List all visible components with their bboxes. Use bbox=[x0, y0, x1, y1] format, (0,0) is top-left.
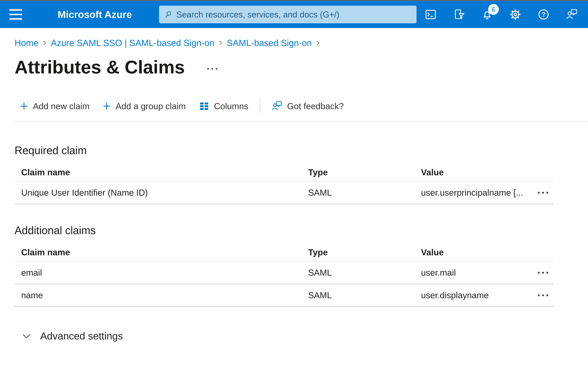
columns-icon bbox=[199, 101, 209, 111]
question-mark-glyph: ? bbox=[542, 11, 546, 18]
global-search-box[interactable] bbox=[159, 6, 417, 23]
column-header-claim-name: Claim name bbox=[21, 247, 308, 257]
command-bar: Add new claim Add a group claim Columns bbox=[0, 97, 588, 116]
add-group-claim-button[interactable]: Add a group claim bbox=[103, 101, 186, 111]
hamburger-menu-button[interactable] bbox=[10, 1, 22, 28]
chevron-right-icon bbox=[218, 39, 223, 47]
row-actions-menu-button[interactable] bbox=[538, 269, 548, 276]
azure-top-bar: Microsoft Azure bbox=[0, 1, 588, 28]
column-header-type: Type bbox=[308, 247, 421, 257]
breadcrumb: Home Azure SAML SSO | SAML-based Sign-on… bbox=[0, 38, 588, 48]
claim-type-cell: SAML bbox=[308, 268, 421, 278]
chevron-right-icon bbox=[42, 39, 47, 47]
column-header-value: Value bbox=[421, 167, 524, 177]
row-actions-menu-button[interactable] bbox=[538, 189, 548, 196]
cloud-shell-button[interactable] bbox=[417, 1, 445, 28]
help-button[interactable]: ? bbox=[529, 1, 558, 28]
search-input[interactable] bbox=[176, 10, 411, 19]
additional-claims-table: Claim name Type Value email SAML user.ma… bbox=[15, 243, 554, 307]
claim-name-cell: name bbox=[21, 290, 308, 300]
required-claim-heading: Required claim bbox=[0, 144, 588, 157]
breadcrumb-app-link[interactable]: Azure SAML SSO | SAML-based Sign-on bbox=[51, 38, 214, 48]
required-claim-table: Claim name Type Value Unique User Identi… bbox=[15, 163, 554, 204]
claim-value-cell: user.userprincipalname [... bbox=[421, 188, 524, 198]
plus-icon bbox=[20, 102, 28, 110]
feedback-icon bbox=[566, 9, 578, 20]
columns-button[interactable]: Columns bbox=[199, 101, 248, 111]
brand-title: Microsoft Azure bbox=[58, 9, 132, 20]
row-actions-menu-button[interactable] bbox=[538, 292, 548, 298]
command-bar-divider bbox=[15, 121, 588, 121]
directory-filter-icon bbox=[453, 9, 465, 20]
azure-portal-page: Microsoft Azure bbox=[0, 0, 588, 372]
got-feedback-label: Got feedback? bbox=[287, 101, 344, 111]
top-bar-icons: 6 ? bbox=[417, 1, 586, 28]
context-menu-button[interactable] bbox=[207, 68, 217, 70]
add-group-claim-label: Add a group claim bbox=[116, 101, 186, 111]
chevron-right-icon bbox=[316, 39, 320, 47]
notification-badge: 6 bbox=[488, 4, 499, 15]
claim-name-cell: Unique User Identifier (Name ID) bbox=[21, 188, 308, 198]
window-top-edge bbox=[0, 0, 588, 1]
toolbar-divider bbox=[260, 99, 260, 113]
table-row[interactable]: name SAML user.displayname bbox=[15, 284, 554, 307]
column-header-type: Type bbox=[308, 167, 421, 177]
column-header-value: Value bbox=[421, 247, 524, 257]
claim-type-cell: SAML bbox=[308, 290, 421, 300]
additional-claims-heading: Additional claims bbox=[0, 224, 588, 237]
advanced-settings-label: Advanced settings bbox=[40, 330, 123, 342]
claim-value-cell: user.mail bbox=[421, 268, 524, 278]
feedback-icon bbox=[272, 101, 282, 112]
feedback-button[interactable] bbox=[558, 1, 586, 28]
notifications-button[interactable]: 6 bbox=[473, 1, 501, 28]
columns-label: Columns bbox=[214, 101, 248, 111]
directory-filter-button[interactable] bbox=[445, 1, 473, 28]
add-new-claim-button[interactable]: Add new claim bbox=[20, 101, 89, 111]
chevron-down-icon bbox=[22, 333, 31, 339]
claim-value-cell: user.displayname bbox=[421, 290, 524, 300]
cloud-shell-icon bbox=[425, 9, 437, 20]
settings-button[interactable] bbox=[501, 1, 529, 28]
table-header-row: Claim name Type Value bbox=[15, 243, 554, 262]
gear-icon bbox=[509, 9, 521, 20]
hamburger-icon bbox=[10, 9, 22, 11]
breadcrumb-saml-signon-link[interactable]: SAML-based Sign-on bbox=[227, 38, 312, 48]
column-header-claim-name: Claim name bbox=[21, 167, 308, 177]
got-feedback-button[interactable]: Got feedback? bbox=[272, 101, 344, 112]
page-title: Attributes & Claims bbox=[15, 57, 185, 77]
claim-name-cell: email bbox=[21, 268, 308, 278]
table-header-row: Claim name Type Value bbox=[15, 163, 554, 182]
search-icon bbox=[164, 11, 172, 18]
table-row[interactable]: Unique User Identifier (Name ID) SAML us… bbox=[15, 182, 554, 204]
claim-type-cell: SAML bbox=[308, 188, 421, 198]
breadcrumb-home-link[interactable]: Home bbox=[15, 38, 38, 48]
help-icon: ? bbox=[538, 9, 549, 20]
plus-icon bbox=[103, 102, 111, 110]
advanced-settings-expander[interactable]: Advanced settings bbox=[0, 330, 588, 342]
add-new-claim-label: Add new claim bbox=[33, 101, 89, 111]
blade-header: Attributes & Claims bbox=[0, 57, 588, 77]
table-row[interactable]: email SAML user.mail bbox=[15, 262, 554, 284]
